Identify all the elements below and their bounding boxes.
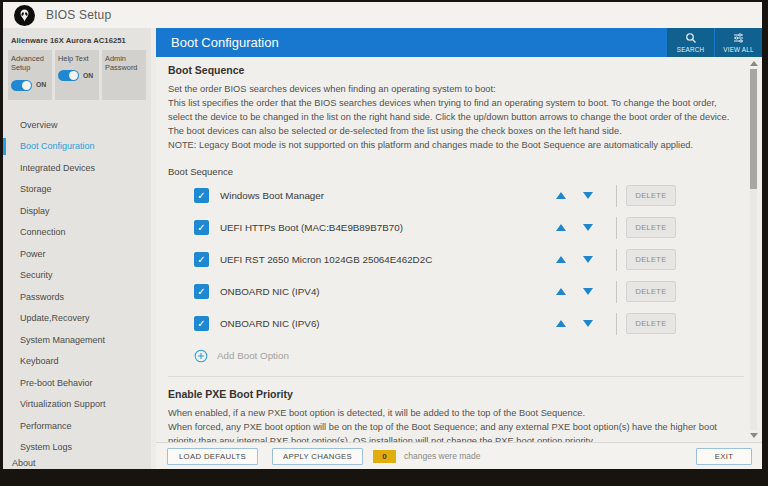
move-up-arrow-icon[interactable] (556, 224, 566, 231)
sidebar-toggle-card[interactable]: Advanced Setup ON (8, 50, 52, 100)
sidebar-menu-item[interactable]: System Logs (3, 437, 151, 459)
footer-action-bar: LOAD DEFAULTS APPLY CHANGES 0 changes we… (156, 442, 762, 469)
divider (616, 217, 617, 239)
boot-device-row: ✓ ONBOARD NIC (IPV4) DELETE (168, 276, 744, 308)
sidebar-menu-item[interactable]: Connection (3, 222, 151, 244)
device-label: UEFI HTTPs Boot (MAC:B4E9B89B7B70) (220, 222, 403, 233)
scroll-down-arrow-icon[interactable] (750, 433, 758, 438)
section-divider (168, 376, 744, 377)
boot-device-list: ✓ Windows Boot Manager DELETE (168, 180, 744, 340)
sidebar-item-about[interactable]: About (3, 458, 151, 481)
device-checkbox[interactable]: ✓ (194, 252, 209, 267)
sidebar-menu-item[interactable]: Overview (3, 114, 151, 136)
device-label: ONBOARD NIC (IPV6) (220, 318, 320, 329)
exit-button[interactable]: EXIT (696, 448, 752, 465)
scrollbar[interactable] (749, 61, 758, 438)
model-name: Alienware 16X Aurora AC16251 (3, 28, 151, 50)
device-checkbox[interactable]: ✓ (194, 284, 209, 299)
section-title: Boot Sequence (168, 64, 744, 76)
move-up-arrow-icon[interactable] (556, 288, 566, 295)
sidebar-menu-item[interactable]: Keyboard (3, 351, 151, 373)
sidebar-menu-item[interactable]: Performance (3, 415, 151, 437)
view-all-icon (732, 32, 745, 44)
view-all-label: VIEW ALL (723, 46, 753, 53)
page-title: Boot Configuration (156, 28, 667, 57)
move-down-arrow-icon[interactable] (583, 288, 593, 295)
move-up-arrow-icon[interactable] (556, 192, 566, 199)
divider (616, 185, 617, 207)
device-checkbox[interactable]: ✓ (194, 316, 209, 331)
toggle-card-label: Help Text (58, 54, 96, 63)
top-bar: BIOS Setup (3, 2, 762, 28)
sidebar: Alienware 16X Aurora AC16251 Advanced Se… (3, 28, 151, 469)
boot-sequence-list-label: Boot Sequence (168, 166, 744, 177)
sidebar-toggle-card[interactable]: Help Text ON (55, 50, 99, 100)
pxe-description: When enabled, if a new PXE boot option i… (168, 407, 744, 442)
boot-device-row: ✓ UEFI HTTPs Boot (MAC:B4E9B89B7B70) DEL… (168, 212, 744, 244)
device-label: ONBOARD NIC (IPV4) (220, 286, 320, 297)
add-boot-option-label: Add Boot Option (217, 350, 289, 361)
sidebar-menu-item[interactable]: Storage (3, 179, 151, 201)
sidebar-menu-item[interactable]: Update,Recovery (3, 308, 151, 330)
toggle-card-label: Admin Password (105, 54, 143, 73)
bios-screen: BIOS Setup Alienware 16X Aurora AC16251 … (3, 2, 762, 469)
app-title: BIOS Setup (46, 8, 111, 22)
boot-device-row: ✓ Windows Boot Manager DELETE (168, 180, 744, 212)
move-down-arrow-icon[interactable] (583, 192, 593, 199)
move-down-arrow-icon[interactable] (583, 320, 593, 327)
toggle-card-label: Advanced Setup (11, 54, 49, 73)
delete-button[interactable]: DELETE (626, 313, 676, 334)
add-boot-option-button[interactable]: Add Boot Option (168, 349, 744, 363)
sidebar-menu-item[interactable]: Virtualization Support (3, 394, 151, 416)
device-checkbox[interactable]: ✓ (194, 220, 209, 235)
toggle-cards: Advanced Setup ON Help Text ON (3, 50, 151, 100)
move-up-arrow-icon[interactable] (556, 320, 566, 327)
sidebar-menu: Overview Boot Configuration Integrated D… (3, 114, 151, 458)
device-label: UEFI RST 2650 Micron 1024GB 25064E462D2C (220, 254, 432, 265)
boot-device-row: ✓ ONBOARD NIC (IPV6) DELETE (168, 308, 744, 340)
divider (616, 249, 617, 271)
delete-button[interactable]: DELETE (626, 281, 676, 302)
boot-configuration-panel: Boot Sequence Set the order BIOS searche… (168, 57, 744, 442)
device-checkbox[interactable]: ✓ (194, 188, 209, 203)
sidebar-menu-item[interactable]: Integrated Devices (3, 157, 151, 179)
load-defaults-button[interactable]: LOAD DEFAULTS (167, 448, 258, 465)
sidebar-menu-item[interactable]: Display (3, 200, 151, 222)
toggle-on-switch[interactable] (58, 70, 79, 81)
move-down-arrow-icon[interactable] (583, 256, 593, 263)
sidebar-menu-item[interactable]: Power (3, 243, 151, 265)
section-description: Set the order BIOS searches devices when… (168, 83, 744, 153)
pxe-section-title: Enable PXE Boot Priority (168, 388, 744, 400)
scroll-up-arrow-icon[interactable] (750, 61, 758, 66)
device-label: Windows Boot Manager (220, 190, 324, 201)
move-down-arrow-icon[interactable] (583, 224, 593, 231)
boot-device-row: ✓ UEFI RST 2650 Micron 1024GB 25064E462D… (168, 244, 744, 276)
move-up-arrow-icon[interactable] (556, 256, 566, 263)
sidebar-menu-item[interactable]: System Management (3, 329, 151, 351)
divider (616, 313, 617, 335)
sidebar-menu-item[interactable]: Passwords (3, 286, 151, 308)
page-header: Boot Configuration SEARCH VIEW ALL (156, 28, 762, 57)
sidebar-menu-item[interactable]: Security (3, 265, 151, 287)
changes-made-text: changes were made (404, 451, 481, 461)
apply-changes-button[interactable]: APPLY CHANGES (272, 448, 363, 465)
search-icon (685, 32, 697, 44)
delete-button[interactable]: DELETE (626, 217, 676, 238)
scrollbar-thumb[interactable] (750, 69, 757, 189)
scrollbar-track[interactable] (750, 69, 757, 430)
delete-button[interactable]: DELETE (626, 185, 676, 206)
sidebar-menu-item[interactable]: Pre-boot Behavior (3, 372, 151, 394)
search-button[interactable]: SEARCH (667, 28, 714, 57)
divider (616, 281, 617, 303)
toggle-state-label: ON (83, 72, 93, 80)
sidebar-menu-item[interactable]: Boot Configuration (3, 136, 151, 158)
plus-circle-icon (194, 349, 208, 363)
toggle-on-switch[interactable] (11, 80, 32, 91)
search-label: SEARCH (677, 46, 704, 53)
sidebar-toggle-card[interactable]: Admin Password (102, 50, 146, 100)
changes-count-badge: 0 (373, 450, 396, 463)
view-all-button[interactable]: VIEW ALL (715, 28, 762, 57)
toggle-state-label: ON (36, 81, 46, 89)
delete-button[interactable]: DELETE (626, 249, 676, 270)
alienware-logo-icon (14, 5, 35, 26)
